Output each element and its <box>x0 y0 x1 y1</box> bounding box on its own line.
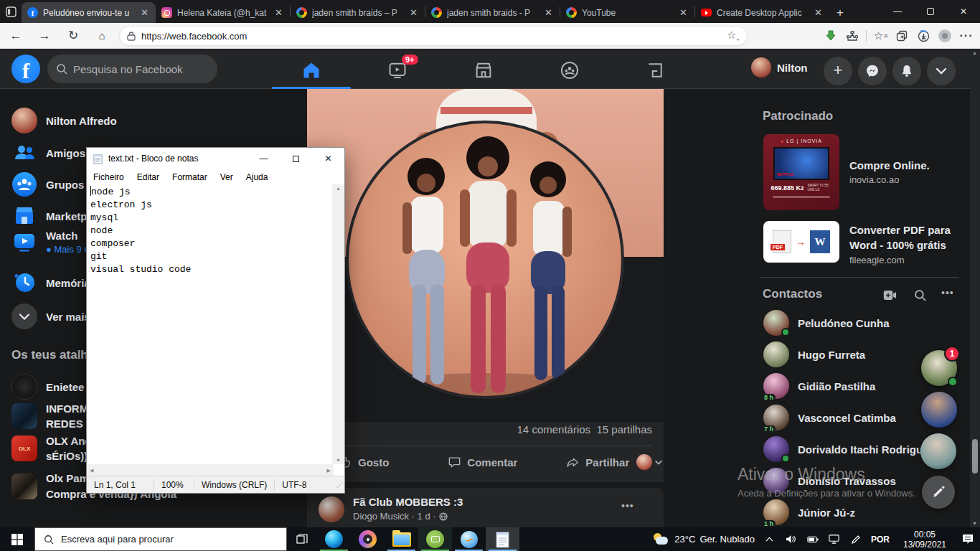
window-maximize-button[interactable] <box>914 0 947 23</box>
collections-icon[interactable] <box>891 26 913 46</box>
notepad-text-area[interactable]: node js electron js mysql node composer … <box>87 184 332 464</box>
action-center-icon[interactable] <box>956 534 980 545</box>
task-view-button[interactable] <box>287 527 317 551</box>
tab-facebook[interactable]: f Peludóneo enviou-te u ✕ <box>22 2 156 23</box>
new-message-button[interactable] <box>922 476 955 509</box>
window-minimize-button[interactable]: — <box>881 0 914 23</box>
tab-google-search-2[interactable]: jaden smith braids - P ✕ <box>425 2 560 23</box>
create-button[interactable]: + <box>824 57 852 85</box>
tab-close-icon[interactable]: ✕ <box>273 7 284 18</box>
sponsored-ad-lg[interactable]: ● LG | INOVIA NETFLIX 669.885 Kz SMART T… <box>763 134 930 210</box>
taskbar-search-input[interactable] <box>61 534 262 545</box>
new-room-icon[interactable] <box>881 286 898 303</box>
battery-icon[interactable] <box>802 535 824 544</box>
profile-avatar-icon[interactable] <box>934 26 956 46</box>
notepad-close-button[interactable]: ✕ <box>312 148 344 169</box>
taskbar-app-edge[interactable] <box>317 527 351 551</box>
group-name[interactable]: Fã Club MOBBERS :3 <box>353 496 463 508</box>
taskbar-search[interactable] <box>34 527 287 551</box>
tab-close-icon[interactable]: ✕ <box>408 7 419 18</box>
scrollbar-thumb[interactable] <box>972 439 978 474</box>
back-button[interactable]: ← <box>4 25 27 47</box>
new-tab-button[interactable]: + <box>829 3 851 23</box>
scrollbar-up-arrow[interactable]: ▲ <box>972 50 977 55</box>
share-button[interactable]: Partilhar <box>559 451 636 474</box>
chat-head[interactable]: 1 <box>921 350 957 386</box>
menu-ajuda[interactable]: Ajuda <box>240 171 275 184</box>
notepad-titlebar[interactable]: text.txt - Bloco de notas — ✕ <box>87 148 344 169</box>
ad-headline[interactable]: Converter PDF para Word - 100% grátis <box>849 222 968 253</box>
nav-tab-marketplace[interactable] <box>462 55 505 86</box>
taskbar-app-disc[interactable] <box>351 527 385 551</box>
tab-close-icon[interactable]: ✕ <box>813 7 824 18</box>
tab-youtube-video[interactable]: Create Desktop Applic ✕ <box>695 2 829 23</box>
menu-formatar[interactable]: Formatar <box>166 171 214 184</box>
volume-icon[interactable] <box>781 534 802 544</box>
tab-actions-icon[interactable] <box>0 0 22 23</box>
downloads-icon[interactable] <box>913 26 934 46</box>
nav-tab-groups[interactable] <box>548 55 591 86</box>
url-text[interactable]: https://web.facebook.com <box>141 31 727 42</box>
account-menu-button[interactable] <box>927 57 956 85</box>
downloader-extension-icon[interactable] <box>820 26 842 46</box>
start-button[interactable] <box>0 527 34 551</box>
scroll-left-arrow[interactable]: ◀ <box>90 468 93 474</box>
forward-button[interactable]: → <box>33 25 56 47</box>
extensions-puzzle-icon[interactable] <box>842 26 863 46</box>
resize-grip[interactable]: ⋰ <box>336 481 344 489</box>
facebook-logo[interactable]: f <box>11 55 40 83</box>
scroll-up-arrow[interactable]: ▲ <box>336 186 341 191</box>
ad-headline[interactable]: Compre Online. <box>849 159 930 171</box>
ad-domain[interactable]: inovia.co.ao <box>849 174 930 185</box>
window-close-button[interactable]: ✕ <box>947 0 980 23</box>
ad-domain[interactable]: fileeagle.com <box>849 255 968 265</box>
menu-editar[interactable]: Editar <box>131 171 166 184</box>
comment-as-selector[interactable] <box>636 454 662 470</box>
chat-head[interactable] <box>921 392 957 428</box>
taskbar-app-sphere[interactable] <box>452 527 486 551</box>
weather-icon[interactable] <box>650 533 672 546</box>
scroll-down-arrow[interactable]: ▼ <box>336 458 341 463</box>
post-menu-button[interactable]: ••• <box>621 500 634 512</box>
sidebar-item-profile[interactable]: Nilton Alfredo <box>6 105 221 136</box>
tab-close-icon[interactable]: ✕ <box>139 7 150 18</box>
nav-tab-gaming[interactable] <box>633 55 677 86</box>
hidden-icons-chevron[interactable] <box>759 537 781 542</box>
address-bar[interactable]: https://web.facebook.com ☆+ <box>119 26 748 46</box>
comment-button[interactable]: Comentar <box>440 451 524 474</box>
taskbar-app-file-explorer[interactable] <box>385 527 418 551</box>
scroll-right-arrow[interactable]: ▶ <box>327 468 331 474</box>
contact-row[interactable]: Peludóneo Cunha <box>758 307 966 339</box>
network-icon[interactable] <box>824 534 845 544</box>
post-photo[interactable] <box>307 89 664 422</box>
notepad-minimize-button[interactable]: — <box>248 148 280 169</box>
tab-youtube-search[interactable]: YouTube ✕ <box>560 2 694 23</box>
tab-close-icon[interactable]: ✕ <box>543 7 554 18</box>
page-scrollbar[interactable]: ▲ ▼ <box>970 49 980 527</box>
messenger-button[interactable] <box>858 57 887 85</box>
home-button[interactable]: ⌂ <box>90 25 113 47</box>
notepad-window[interactable]: text.txt - Bloco de notas — ✕ Ficheiro E… <box>86 147 345 494</box>
settings-menu-icon[interactable]: ··· <box>956 26 977 46</box>
search-contacts-icon[interactable] <box>911 286 928 303</box>
taskbar-app-notepad[interactable] <box>486 527 519 551</box>
refresh-button[interactable]: ↻ <box>62 25 85 47</box>
byline-text[interactable]: Diogo Musick · 1 d · <box>353 511 436 522</box>
menu-ficheiro[interactable]: Ficheiro <box>87 171 131 184</box>
chat-head[interactable] <box>920 433 956 469</box>
taskbar-app-green[interactable] <box>418 527 452 551</box>
profile-chip[interactable]: Nilton <box>751 57 808 77</box>
comments-count[interactable]: 14 comentários <box>517 423 591 435</box>
sponsored-ad-pdf[interactable]: PDF → W Converter PDF para Word - 100% g… <box>763 221 968 265</box>
nav-tab-home[interactable] <box>290 55 333 86</box>
menu-ver[interactable]: Ver <box>214 171 240 184</box>
scrollbar-down-arrow[interactable]: ▼ <box>972 521 977 526</box>
pen-icon[interactable] <box>845 534 867 545</box>
tab-instagram[interactable]: Helena Kateia (@h_kat ✕ <box>156 2 290 23</box>
tray-clock[interactable]: 00:05 13/09/2021 <box>894 529 956 550</box>
shares-count[interactable]: 15 partilhas <box>596 423 652 435</box>
tray-language[interactable]: POR <box>871 534 890 545</box>
notepad-horizontal-scrollbar[interactable]: ◀▶ <box>87 464 334 476</box>
tray-temperature[interactable]: 23°C <box>674 534 695 545</box>
notepad-maximize-button[interactable] <box>280 148 312 169</box>
